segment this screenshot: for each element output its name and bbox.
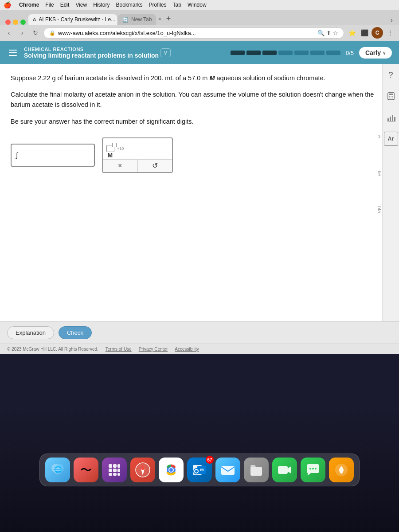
undo-math-button[interactable]: ↺ <box>138 160 172 172</box>
progress-bar: 0/5 <box>231 50 354 56</box>
dock-finder[interactable]: 🌐 <box>45 458 70 482</box>
math-input-buttons: × ↺ <box>103 159 172 172</box>
expand-button[interactable]: › <box>387 16 395 25</box>
dock-launchpad[interactable] <box>102 458 127 482</box>
bookmark-icon[interactable]: ☆ <box>333 30 338 36</box>
question-paragraph-2: Calculate the final molarity of acetate … <box>11 90 388 110</box>
progress-seg-2 <box>246 51 261 55</box>
chart-button[interactable] <box>384 110 398 125</box>
header-topic: CHEMICAL REACTIONS <box>24 47 159 52</box>
tab-newtab[interactable]: 🔄 New Tab <box>118 14 156 25</box>
extensions-button[interactable]: ⭐ <box>347 27 357 38</box>
progress-seg-1 <box>231 51 245 55</box>
clear-math-button[interactable]: × <box>103 160 138 172</box>
progress-seg-3 <box>262 51 277 55</box>
dock-files[interactable] <box>244 458 269 482</box>
user-menu-button[interactable]: Carly ∨ <box>359 47 392 59</box>
svg-rect-6 <box>391 98 391 98</box>
profile-avatar[interactable]: C <box>372 27 383 39</box>
outlook-badge: 67 <box>206 456 214 464</box>
tab-bar: A ALEKS - Carly Bruskewitz - Le... × 🔄 N… <box>0 10 399 25</box>
progress-section: 0/5 Carly ∨ <box>176 47 392 59</box>
tab-aleks[interactable]: A ALEKS - Carly Bruskewitz - Le... × <box>28 14 117 25</box>
hamburger-button[interactable] <box>7 48 19 58</box>
menu-edit[interactable]: Edit <box>60 2 70 8</box>
menu-view[interactable]: View <box>75 2 87 8</box>
url-text: www-awu.aleks.com/alekscgi/x/lsl.exe/1o_… <box>58 30 315 36</box>
header-subtitle: Solving limiting reactant problems in so… <box>24 52 159 59</box>
menu-bookmarks[interactable]: Bookmarks <box>116 2 143 8</box>
right-edge-text-e: e <box>377 135 382 138</box>
times10-label: ×10 <box>117 146 124 151</box>
answer-input[interactable] <box>20 151 105 159</box>
user-name: Carly <box>365 49 381 56</box>
url-bar[interactable]: 🔒 www-awu.aleks.com/alekscgi/x/lsl.exe/1… <box>43 27 344 39</box>
more-options-button[interactable]: ⋮ <box>385 27 395 38</box>
content-spacer <box>11 173 388 306</box>
lock-icon: 🔒 <box>49 30 55 36</box>
svg-rect-25 <box>117 473 120 476</box>
answer-section: ∫ M ×10 × ↺ <box>11 137 388 173</box>
share-icon[interactable]: ⬆ <box>326 30 331 36</box>
progress-text: 0/5 <box>346 50 354 56</box>
answer-input-box[interactable]: ∫ M <box>11 144 95 167</box>
puzzle-icon[interactable]: ⬛ <box>359 27 370 38</box>
privacy-link[interactable]: Privacy Center <box>139 347 168 352</box>
tab-newtab-close[interactable]: × <box>158 16 161 22</box>
address-bar: ‹ › ↻ 🔒 www-awu.aleks.com/alekscgi/x/lsl… <box>0 25 399 41</box>
menu-history[interactable]: History <box>93 2 110 8</box>
question-paragraph-1: Suppose 2.22 g of barium acetate is diss… <box>11 73 388 83</box>
progress-seg-5 <box>294 51 309 55</box>
dock-music[interactable]: 〜 <box>74 458 98 482</box>
svg-rect-10 <box>392 115 393 121</box>
calculator-button[interactable] <box>384 89 398 103</box>
progress-seg-4 <box>278 51 293 55</box>
periodic-table-button[interactable]: Ar <box>384 132 398 146</box>
header-dropdown-button[interactable]: ∨ <box>160 48 171 57</box>
dock-chrome[interactable] <box>159 458 184 482</box>
menu-window[interactable]: Window <box>188 2 207 8</box>
menu-tab[interactable]: Tab <box>173 2 181 8</box>
minimize-window-button[interactable] <box>13 20 18 25</box>
check-button[interactable]: Check <box>59 326 92 339</box>
svg-rect-21 <box>113 469 117 472</box>
menu-profiles[interactable]: Profiles <box>149 2 167 8</box>
svg-rect-19 <box>117 464 120 468</box>
svg-rect-40 <box>250 467 262 476</box>
menu-file[interactable]: File <box>45 2 54 8</box>
dock-facetime[interactable] <box>272 458 297 482</box>
svg-point-32 <box>169 468 173 472</box>
input-integral-symbol: ∫ <box>16 151 18 159</box>
dock-outlook[interactable]: ✉ 67 <box>187 458 212 482</box>
refresh-button[interactable]: ↻ <box>30 27 41 38</box>
close-window-button[interactable] <box>5 20 11 25</box>
unit-label: M <box>107 152 113 159</box>
new-tab-button[interactable]: + <box>162 12 175 25</box>
svg-rect-39 <box>221 466 235 475</box>
apple-logo[interactable]: 🍎 <box>4 1 11 8</box>
svg-rect-9 <box>390 117 391 121</box>
dock-messages[interactable] <box>301 458 325 482</box>
user-chevron-icon: ∨ <box>383 51 386 55</box>
search-icon[interactable]: 🔍 <box>317 30 325 36</box>
svg-text:🌐: 🌐 <box>54 466 62 473</box>
dock-mail[interactable] <box>215 458 240 482</box>
accessibility-link[interactable]: Accessibility <box>175 347 199 352</box>
right-edge-text-be: be <box>377 171 382 176</box>
copyright-text: © 2023 McGraw Hill LLC. All Rights Reser… <box>7 347 98 352</box>
mac-dock: 🌐 〜 <box>39 454 360 486</box>
back-button[interactable]: ‹ <box>4 27 14 38</box>
help-button[interactable]: ? <box>384 68 398 82</box>
dock-extra-app[interactable] <box>329 458 354 482</box>
question-paragraph-3: Be sure your answer has the correct numb… <box>11 117 388 127</box>
terms-link[interactable]: Terms of Use <box>106 347 132 352</box>
dock-safari[interactable] <box>130 458 155 482</box>
svg-rect-20 <box>109 469 112 472</box>
menu-chrome[interactable]: Chrome <box>19 2 39 8</box>
hamburger-line <box>9 52 17 53</box>
forward-button[interactable]: › <box>17 27 27 38</box>
maximize-window-button[interactable] <box>20 20 26 25</box>
tab-newtab-icon: 🔄 <box>122 17 129 23</box>
explanation-button[interactable]: Explanation <box>7 326 54 339</box>
hamburger-line <box>9 55 17 56</box>
